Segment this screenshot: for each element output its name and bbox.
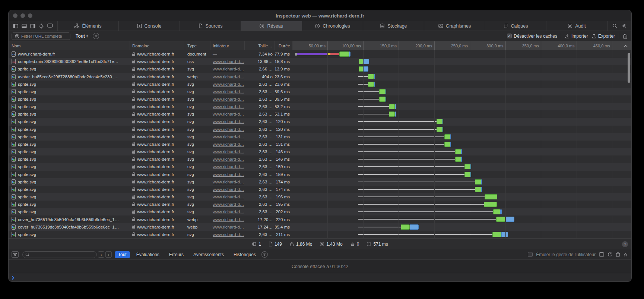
disable-caches-control[interactable]: ✓ Désactiver les caches [507,34,557,39]
settings-gear-icon[interactable] [620,22,628,30]
tab-audit[interactable]: Audit [546,21,607,31]
tab-sources[interactable]: Sources [180,21,241,31]
table-row[interactable]: sprite.svgwww.richard-dern.frsvgwww.rich… [9,81,631,88]
initiator-link[interactable]: www.richard-d… [213,210,244,214]
tab-network[interactable]: Réseau [241,21,302,31]
table-row[interactable]: sprite.svgwww.richard-dern.frsvgwww.rich… [9,126,631,133]
initiator-link[interactable]: www.richard-d… [213,142,244,147]
table-row[interactable]: www.richard-dern.frwww.richard-dern.frdo… [9,50,631,58]
element-picker-icon[interactable] [39,23,44,29]
column-header-initiator[interactable]: Initiateur [210,41,245,50]
initiator-link[interactable]: www.richard-d… [213,75,244,79]
help-button[interactable]: ? [622,241,628,247]
console-scope-logs[interactable]: Historiques [230,251,259,258]
table-row[interactable]: sprite.svgwww.richard-dern.frsvgwww.rich… [9,208,631,215]
import-button[interactable]: Importer [565,34,588,39]
table-row[interactable]: sprite.svgwww.richard-dern.frsvgwww.rich… [9,178,631,186]
dock-left-icon[interactable] [13,24,18,28]
table-row[interactable]: cover_hu736519dc3b5040cfa48b6b559b6de6ec… [9,215,631,223]
table-row[interactable]: sprite.svgwww.richard-dern.frsvgwww.rich… [9,231,631,238]
table-row[interactable]: cover_hu736519dc3b5040cfa48b6b559b6de6ec… [9,223,631,231]
initiator-link[interactable]: www.richard-d… [213,164,244,169]
table-row[interactable]: sprite.svgwww.richard-dern.frsvgwww.rich… [9,88,631,95]
table-row[interactable]: sprite.svgwww.richard-dern.frsvgwww.rich… [9,118,631,125]
table-row[interactable]: sprite.svgwww.richard-dern.frsvgwww.rich… [9,141,631,148]
export-button[interactable]: Exporter [592,34,615,39]
initiator-link[interactable]: www.richard-d… [213,82,244,86]
column-header-size[interactable]: Taille… [245,41,275,50]
initiator-link[interactable]: www.richard-d… [213,67,244,71]
dock-right-icon[interactable] [30,24,35,28]
initiator-link[interactable]: www.richard-d… [213,225,244,229]
table-row[interactable]: sprite.svgwww.richard-dern.frsvgwww.rich… [9,95,631,103]
initiator-link[interactable]: www.richard-d… [213,119,244,124]
table-row[interactable]: sprite.svgwww.richard-dern.frsvgwww.rich… [9,171,631,178]
disable-caches-checkbox[interactable]: ✓ [507,34,512,38]
previous-result-button[interactable]: ‹ [98,251,104,258]
table-row[interactable]: sprite.svgwww.richard-dern.frsvgwww.rich… [9,148,631,155]
table-row[interactable]: sprite.svgwww.richard-dern.frsvgwww.rich… [9,110,631,118]
table-row[interactable]: sprite.svgwww.richard-dern.frsvgwww.rich… [9,155,631,163]
tab-console[interactable]: Console [119,21,180,31]
table-row[interactable]: sprite.svgwww.richard-dern.frsvgwww.rich… [9,133,631,141]
initiator-link[interactable]: www.richard-d… [213,127,244,132]
clear-console-trash-icon[interactable] [616,252,620,257]
initiator-link[interactable]: www.richard-d… [213,150,244,154]
device-icon[interactable] [47,23,53,28]
vertical-scrollbar[interactable] [628,53,630,83]
table-row[interactable]: sprite.svgwww.richard-dern.frsvgwww.rich… [9,65,631,73]
next-result-button[interactable]: › [105,251,112,258]
initiator-link[interactable]: www.richard-d… [213,217,244,222]
console-search-input[interactable] [31,252,91,257]
table-row[interactable]: sprite.svgwww.richard-dern.frsvgwww.rich… [9,201,631,208]
column-header-name[interactable]: Nom [9,41,130,50]
initiator-link[interactable]: www.richard-d… [213,232,244,237]
search-icon[interactable] [610,22,619,30]
initiator-link[interactable]: www.richard-d… [213,97,244,101]
table-row[interactable]: sprite.svgwww.richard-dern.frsvgwww.rich… [9,103,631,110]
tab-layers[interactable]: Calques [485,21,546,31]
column-header-duration[interactable]: Durée [275,41,293,50]
url-filter-field[interactable] [12,32,70,40]
clear-network-trash-icon[interactable] [623,34,628,39]
table-row[interactable]: sprite.svgwww.richard-dern.frsvgwww.rich… [9,193,631,201]
console-scope-warnings[interactable]: Avertissements [190,251,227,258]
resource-type-select[interactable]: Tout ▲▼ [76,34,88,39]
expand-console-chevron-icon[interactable] [624,252,628,257]
initiator-link[interactable]: www.richard-d… [213,112,244,116]
tab-storage[interactable]: Stockage [363,21,424,31]
initiator-link[interactable]: www.richard-d… [213,195,244,199]
zoom-window-button[interactable] [28,13,32,18]
initiator-link[interactable]: www.richard-d… [213,172,244,177]
tab-elements[interactable]: Éléments [58,21,119,31]
console-prompt[interactable] [9,273,631,281]
tab-timelines[interactable]: Chronologies [302,21,363,31]
initiator-link[interactable]: www.richard-d… [213,104,244,109]
table-row[interactable]: sprite.svgwww.richard-dern.frsvgwww.rich… [9,163,631,170]
minimize-window-button[interactable] [20,13,25,18]
initiator-link[interactable]: www.richard-d… [213,89,244,94]
close-window-button[interactable] [13,13,18,18]
console-scope-errors[interactable]: Erreurs [166,251,187,258]
reload-icon[interactable] [607,252,612,257]
initiator-link[interactable]: www.richard-d… [213,180,244,184]
tab-graphics[interactable]: Graphismes [424,21,485,31]
column-header-domain[interactable]: Domaine [130,41,185,50]
initiator-link[interactable]: www.richard-d… [213,202,244,207]
table-row[interactable]: avatar_hu85ecc3e298728880b0bde2dcc4e5c23… [9,73,631,80]
console-filter-options-icon[interactable] [261,251,268,258]
collapse-chevron-icon[interactable] [624,44,628,48]
emulate-user-gesture-checkbox[interactable] [528,252,533,257]
initiator-link[interactable]: www.richard-d… [213,59,244,64]
url-filter-input[interactable] [21,34,65,38]
console-drawer-icon[interactable] [599,252,604,257]
dock-bottom-icon[interactable] [22,24,27,28]
initiator-link[interactable]: www.richard-d… [213,135,244,139]
initiator-link[interactable]: www.richard-d… [213,157,244,161]
table-row[interactable]: sprite.svgwww.richard-dern.frsvgwww.rich… [9,186,631,193]
console-scope-all[interactable]: Tout [115,251,130,258]
console-search-field[interactable] [22,251,97,258]
console-scope-evaluations[interactable]: Évaluations [133,251,163,258]
column-header-type[interactable]: Type [185,41,210,50]
filter-options-icon[interactable] [93,33,99,39]
